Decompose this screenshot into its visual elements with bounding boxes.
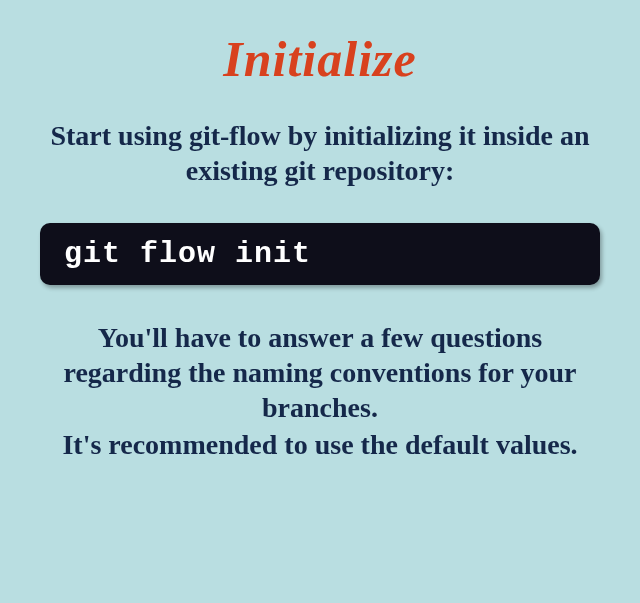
intro-paragraph: Start using git-flow by initializing it …	[40, 118, 600, 188]
section-heading: Initialize	[40, 30, 600, 88]
body-line-1: You'll have to answer a few questions re…	[63, 322, 576, 423]
code-command: git flow init	[40, 223, 600, 285]
body-paragraph: You'll have to answer a few questions re…	[40, 320, 600, 462]
body-line-2: It's recommended to use the default valu…	[50, 427, 590, 462]
